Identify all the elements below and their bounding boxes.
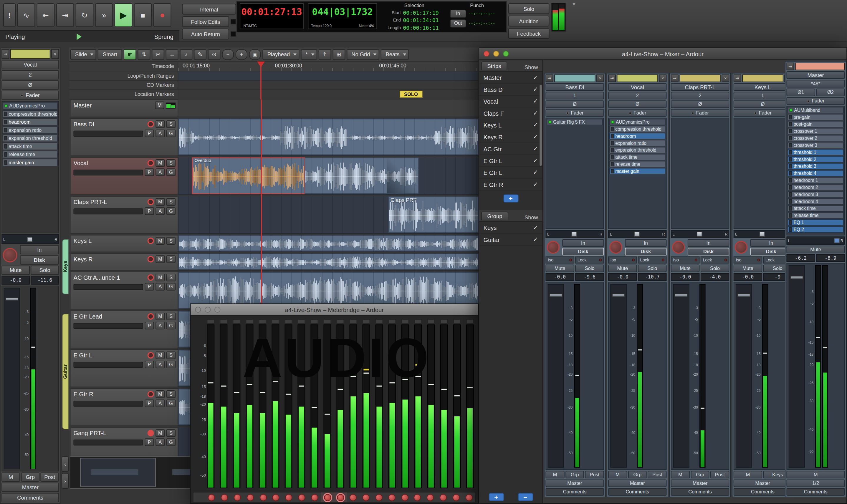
- plugin-control-threshold-1[interactable]: threshold 1: [788, 149, 844, 156]
- visible-checkbox[interactable]: ✓: [533, 157, 538, 164]
- gain-fader[interactable]: [673, 284, 689, 468]
- solo-isolate-button[interactable]: Iso: [734, 256, 762, 264]
- track-solo-button[interactable]: S: [166, 274, 176, 282]
- strip-number-button[interactable]: *48*: [787, 80, 845, 87]
- auto-return-button[interactable]: Auto Return: [182, 29, 229, 39]
- record-enable-button[interactable]: [609, 241, 622, 254]
- track-gain-slider[interactable]: [73, 130, 143, 136]
- visible-checkbox[interactable]: ✓: [533, 74, 538, 81]
- gain-display[interactable]: -0.0: [671, 273, 700, 281]
- track-group-button[interactable]: G: [166, 438, 176, 446]
- pan-control[interactable]: LR: [546, 230, 604, 238]
- solo-button[interactable]: Solo: [575, 265, 604, 272]
- zoom-window-icon[interactable]: [214, 307, 220, 313]
- strip-color-chip[interactable]: [10, 49, 50, 59]
- strips-list-item-keys-l[interactable]: Keys L✓: [479, 119, 543, 131]
- track-playlist-button[interactable]: P: [145, 322, 154, 329]
- track-playlist-button[interactable]: P: [145, 438, 154, 446]
- strips-list-item-bass-d[interactable]: Bass D✓: [479, 84, 543, 95]
- track-playlist-button[interactable]: P: [145, 399, 154, 407]
- summary-scroll-right-button[interactable]: ›: [61, 473, 69, 489]
- phase-left-button[interactable]: Ø1: [787, 89, 815, 96]
- add-group-button[interactable]: +: [489, 493, 504, 501]
- audio-region[interactable]: [178, 235, 479, 251]
- summary-scroll-left-button[interactable]: ‹: [61, 456, 69, 472]
- output-button[interactable]: Master: [2, 483, 59, 492]
- plugin-control-expansion-threshold[interactable]: expansion threshold: [609, 147, 666, 154]
- plugin-control-attack-time[interactable]: attack time: [609, 154, 666, 160]
- audition-tool-button[interactable]: ♪: [180, 49, 192, 60]
- track-mute-button[interactable]: M: [156, 429, 165, 437]
- processor-box[interactable]: [734, 118, 792, 229]
- disk-monitor-button[interactable]: Disk: [20, 255, 59, 265]
- track-automation-button[interactable]: A: [156, 129, 165, 137]
- mute-button[interactable]: Mute: [546, 265, 574, 272]
- strip-bottom-button-grp[interactable]: Grp: [691, 471, 709, 479]
- track-automation-button[interactable]: A: [156, 322, 165, 329]
- gain-fader[interactable]: [736, 284, 752, 468]
- mute-button[interactable]: Mute: [2, 266, 30, 275]
- peak-display[interactable]: -4.0: [701, 273, 729, 281]
- track-group-tab-keys[interactable]: Keys: [62, 239, 69, 294]
- comments-button[interactable]: Comments: [671, 488, 729, 496]
- audition-mode-button[interactable]: Audition: [508, 16, 549, 26]
- track-mute-button[interactable]: M: [156, 255, 165, 263]
- track-automation-button[interactable]: A: [156, 438, 165, 446]
- gain-display[interactable]: -6.2: [787, 254, 815, 262]
- plugin-control-expansion-threshold[interactable]: expansion threshold: [3, 134, 58, 142]
- pan-handle[interactable]: [572, 232, 577, 237]
- bridge-record-button[interactable]: [334, 492, 347, 502]
- strip-number-button[interactable]: 1: [546, 92, 604, 100]
- plugin-active-led-icon[interactable]: [4, 104, 8, 107]
- bridge-record-button[interactable]: [244, 492, 257, 502]
- track-gain-slider[interactable]: [73, 284, 143, 290]
- solo-lock-button[interactable]: Lock: [701, 256, 729, 264]
- plugin-audynamicspro[interactable]: AUDynamicsPro: [609, 119, 666, 125]
- plugin-control-headroom-3[interactable]: headroom 3: [788, 191, 844, 198]
- track-header-keys-l[interactable]: Keys LMS: [69, 235, 178, 252]
- visible-checkbox[interactable]: ✓: [533, 133, 538, 140]
- timecode-ruler[interactable]: 00:01:15:00 00:01:30:00 00:01:45:00: [178, 61, 479, 71]
- visible-checkbox[interactable]: ✓: [533, 224, 538, 231]
- go-to-start-button[interactable]: ⇤: [37, 3, 55, 27]
- plugin-active-led-icon[interactable]: [789, 109, 793, 112]
- edit-mode-dropdown[interactable]: Slide: [70, 49, 96, 60]
- plugin-active-led-icon[interactable]: [611, 121, 614, 124]
- pan-control[interactable]: LR: [787, 236, 845, 245]
- track-lane-bass-di[interactable]: [178, 118, 479, 156]
- mute-button[interactable]: Mute: [787, 246, 845, 253]
- bridge-record-button[interactable]: [295, 492, 308, 502]
- audio-region-claps-prt[interactable]: Claps PRT: [388, 197, 479, 233]
- strip-bottom-button-post[interactable]: Post: [648, 471, 667, 479]
- bridge-record-button[interactable]: [450, 492, 463, 502]
- track-solo-button[interactable]: S: [166, 352, 176, 359]
- strip-color-chip[interactable]: [617, 74, 658, 82]
- bridge-record-button[interactable]: [231, 492, 244, 502]
- strip-name-button[interactable]: Vocal: [2, 60, 59, 69]
- strip-number-button[interactable]: 2: [671, 92, 729, 100]
- track-mute-button[interactable]: M: [156, 237, 165, 245]
- track-solo-button[interactable]: S: [166, 313, 176, 320]
- solo-lock-button[interactable]: Lock: [638, 256, 667, 264]
- track-lane-claps-prt-l[interactable]: Claps PRT: [178, 196, 479, 234]
- track-header-e-gtr-lead[interactable]: E Gtr LeadMSPAG: [69, 310, 178, 348]
- phase-button[interactable]: Ø: [546, 101, 604, 108]
- track-playlist-button[interactable]: P: [145, 129, 154, 137]
- strip-bottom-button-m[interactable]: M: [671, 471, 690, 479]
- gain-display[interactable]: -0.0: [546, 273, 574, 281]
- plugin-control-headroom-2[interactable]: headroom 2: [788, 184, 844, 191]
- plugin-control-release-time[interactable]: release time: [788, 212, 844, 219]
- plugin-control-threshold-2[interactable]: threshold 2: [788, 156, 844, 162]
- record-arm-button[interactable]: [147, 313, 154, 320]
- solo-isolate-button[interactable]: Iso: [608, 256, 637, 264]
- track-automation-button[interactable]: A: [156, 399, 165, 407]
- strip-bottom-button-m[interactable]: M: [734, 471, 762, 479]
- loop-punch-ruler-label[interactable]: Loop/Punch Ranges: [69, 71, 178, 81]
- narrow-strip-toggle-icon[interactable]: ⇥: [671, 74, 678, 82]
- loop-button[interactable]: ↻: [76, 3, 94, 27]
- phase-button[interactable]: Ø: [734, 101, 792, 108]
- record-arm-button[interactable]: [147, 199, 154, 205]
- strips-list-item-ac-gtr[interactable]: AC Gtr✓: [479, 143, 543, 155]
- track-solo-button[interactable]: S: [166, 255, 176, 263]
- plugin-control-attack-time[interactable]: attack time: [788, 205, 844, 212]
